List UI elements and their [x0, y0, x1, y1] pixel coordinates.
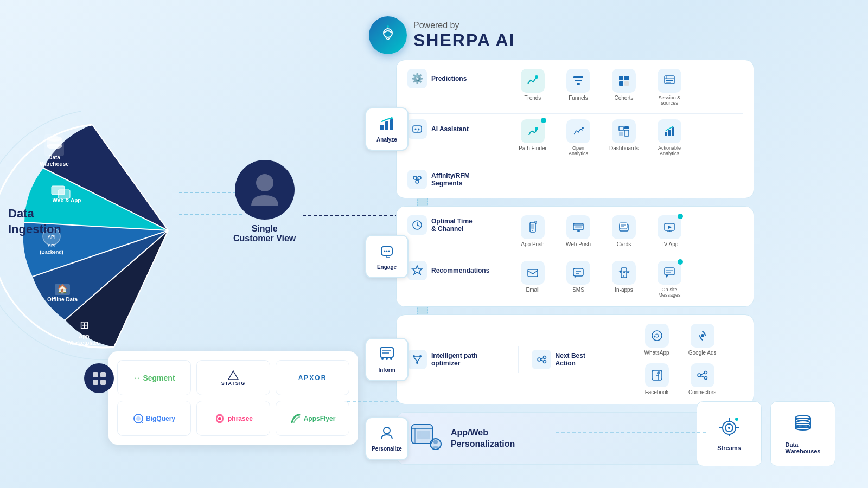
sherpa-icon: [369, 16, 407, 54]
recommendations-label: Recommendations: [431, 267, 489, 274]
app-push-item: App Push: [514, 215, 552, 247]
analyze-icons-row1: Trends Funnels: [514, 69, 688, 106]
onsite-messages-label: On-siteMessages: [658, 287, 680, 298]
streams-box: Streams: [697, 401, 762, 466]
data-warehouses-label: DataWarehouses: [785, 441, 820, 454]
in-apps-icon: ★★★: [612, 261, 636, 285]
onsite-messages-icon: [658, 261, 681, 285]
analyze-button[interactable]: Analyze: [365, 107, 409, 151]
svg-point-104: [381, 358, 384, 360]
svg-rect-160: [100, 380, 106, 385]
pathfinder-label: Path Finder: [519, 145, 547, 151]
actionable-analytics-icon: [658, 119, 681, 143]
svg-line-73: [417, 225, 419, 226]
actionable-analytics-label: ActionableAnalytics: [658, 145, 681, 156]
phrasee-logo: phrasee: [196, 401, 270, 436]
intelligent-path-feature: Intelligent pathoptimizer: [407, 350, 505, 369]
connectors-label: Connectors: [688, 389, 716, 395]
personalize-big-icon: [410, 423, 442, 453]
inform-panel: Inform Intelligent pathoptimizer: [396, 314, 754, 404]
recommendations-feature: Recommendations: [407, 261, 505, 280]
engage-icons-row2: Email SMS: [514, 261, 688, 298]
svg-rect-92: [573, 268, 583, 276]
brand-title: SHERPA AI: [413, 30, 515, 50]
svg-point-112: [416, 362, 418, 364]
google-ads-item: Google Ads: [684, 324, 722, 356]
app-marketplace-icon: [84, 363, 114, 393]
engage-button[interactable]: Engage: [365, 235, 409, 278]
svg-rect-34: [385, 121, 388, 130]
inform-label: Inform: [378, 367, 395, 373]
facebook-icon: [645, 363, 669, 387]
svg-rect-60: [668, 130, 671, 136]
funnels-label: Funnels: [569, 95, 588, 101]
pathfinder-icon: [521, 119, 545, 143]
svg-point-64: [416, 180, 419, 183]
svg-point-0: [384, 29, 392, 37]
svg-point-70: [388, 250, 390, 252]
trends-item: Trends: [514, 69, 552, 106]
tv-app-item: TV App: [650, 215, 688, 247]
svg-point-30: [256, 174, 273, 191]
svg-point-156: [218, 417, 221, 420]
svg-point-144: [735, 418, 738, 421]
customer-label: Single Customer View: [233, 224, 296, 243]
svg-line-114: [417, 357, 420, 362]
dashboards-icon: [612, 119, 636, 143]
tv-app-label: TV App: [661, 241, 679, 247]
svg-rect-57: [624, 130, 629, 136]
svg-marker-151: [228, 371, 238, 380]
whatsapp-item: WhatsApp: [638, 324, 676, 356]
personalize-content: App/WebPersonalization: [410, 423, 515, 453]
svg-rect-59: [665, 132, 667, 136]
sms-icon: [566, 261, 590, 285]
trends-label: Trends: [525, 95, 541, 101]
analyze-icons-row2: Path Finder OpenAnalytics: [514, 119, 688, 156]
next-best-action-feature: Next BestAction: [532, 350, 629, 369]
inform-icons-grid: WhatsApp Google Ads: [638, 324, 743, 395]
svg-rect-56: [624, 126, 629, 129]
svg-rect-76: [531, 224, 534, 229]
inform-content: Intelligent pathoptimizer Next BestActio…: [407, 324, 743, 395]
personalize-button[interactable]: Personalize: [365, 417, 409, 460]
cards-item: Cards: [605, 215, 643, 247]
inform-button[interactable]: Inform: [365, 338, 409, 381]
svg-line-129: [701, 376, 705, 377]
intelligent-path-label: Intelligent pathoptimizer: [431, 352, 477, 367]
svg-rect-157: [93, 372, 98, 377]
cohorts-label: Cohorts: [614, 95, 633, 101]
svg-line-119: [541, 358, 544, 359]
apxor-logo: APXOR: [276, 360, 349, 395]
data-ingestion-label: Data Ingestion: [8, 206, 61, 237]
svg-text:Marketplace: Marketplace: [68, 340, 100, 346]
predictions-icon: ⚙️: [407, 69, 427, 88]
data-warehouses-icon: [792, 414, 814, 437]
email-item: Email: [514, 261, 552, 298]
optimal-time-label: Optimal Time& Channel: [431, 217, 473, 233]
cards-icon: [612, 215, 636, 239]
ai-assistant-feature: AI Assistant: [407, 119, 505, 139]
segment-logo: ↔ Segment: [117, 360, 191, 395]
optimal-time-feature: Optimal Time& Channel: [407, 215, 505, 235]
open-analytics-item: OpenAnalytics: [559, 119, 597, 156]
svg-point-130: [384, 427, 390, 434]
svg-point-116: [538, 358, 541, 361]
svg-point-139: [728, 427, 730, 429]
bigquery-logo: BigQuery: [117, 401, 191, 436]
personalize-text: App/WebPersonalization: [451, 427, 515, 450]
svg-text:API: API: [47, 243, 55, 248]
google-ads-label: Google Ads: [688, 350, 717, 356]
svg-rect-49: [666, 82, 671, 83]
customer-view: Single Customer View: [233, 160, 296, 243]
statsig-logo: STATSIG: [196, 360, 270, 395]
svg-text:App: App: [79, 333, 89, 339]
intelligent-path-icon: [407, 350, 427, 369]
svg-rect-91: [528, 269, 538, 277]
svg-point-37: [535, 75, 538, 79]
app-push-label: App Push: [521, 241, 544, 247]
svg-text:(Backend): (Backend): [40, 249, 63, 255]
svg-line-113: [414, 357, 417, 362]
svg-rect-101: [380, 348, 393, 357]
svg-point-75: [532, 230, 533, 231]
svg-rect-58: [619, 132, 623, 136]
